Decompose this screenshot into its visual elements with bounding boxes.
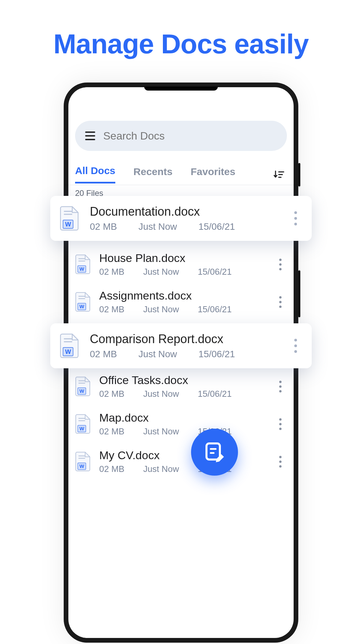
file-name: Comparison Report.docx xyxy=(90,332,286,346)
page-title: Manage Docs easily xyxy=(0,28,362,60)
tab-bar: All Docs Recents Favorites xyxy=(68,164,294,185)
file-time: Just Now xyxy=(143,389,179,399)
file-size: 02 MB xyxy=(99,267,124,277)
file-size: 02 MB xyxy=(99,426,124,437)
more-options-button[interactable] xyxy=(274,296,287,308)
file-time: Just Now xyxy=(138,221,177,232)
file-row[interactable]: House Plan.docx 02 MB Just Now 15/06/21 xyxy=(68,246,294,283)
menu-icon[interactable] xyxy=(82,127,99,144)
file-size: 02 MB xyxy=(90,349,117,360)
file-row[interactable]: Office Tasks.docx 02 MB Just Now 15/06/2… xyxy=(68,368,294,405)
docx-icon xyxy=(75,292,91,312)
new-document-fab[interactable] xyxy=(191,429,238,476)
file-date: 15/06/21 xyxy=(198,349,235,360)
file-size: 02 MB xyxy=(99,464,124,474)
tab-favorites[interactable]: Favorites xyxy=(191,166,235,183)
more-options-button[interactable] xyxy=(274,418,287,430)
file-row-highlighted[interactable]: Comparison Report.docx 02 MB Just Now 15… xyxy=(50,323,312,368)
file-size: 02 MB xyxy=(99,389,124,399)
file-name: My CV.docx xyxy=(99,449,274,462)
file-name: Assignments.docx xyxy=(99,289,274,302)
more-options-button[interactable] xyxy=(274,456,287,468)
file-time: Just Now xyxy=(143,426,179,437)
file-name: House Plan.docx xyxy=(99,252,274,265)
file-size: 02 MB xyxy=(90,221,117,232)
docx-icon xyxy=(60,333,80,359)
more-options-button[interactable] xyxy=(274,259,287,270)
search-bar[interactable] xyxy=(75,121,287,151)
file-size: 02 MB xyxy=(99,304,124,315)
more-options-button[interactable] xyxy=(274,381,287,392)
file-date: 15/06/21 xyxy=(198,304,232,315)
sort-button[interactable] xyxy=(272,167,287,182)
more-options-button[interactable] xyxy=(289,211,302,225)
file-name: Documentation.docx xyxy=(90,205,286,219)
file-name: Office Tasks.docx xyxy=(99,374,274,387)
file-row[interactable]: Assignments.docx 02 MB Just Now 15/06/21 xyxy=(68,283,294,321)
file-time: Just Now xyxy=(143,304,179,315)
phone-side-button xyxy=(298,270,300,317)
file-row[interactable]: My CV.docx 02 MB Just Now 15/06/21 xyxy=(68,443,294,480)
file-row[interactable]: Map.docx 02 MB Just Now 15/06/21 xyxy=(68,405,294,443)
file-date: 15/06/21 xyxy=(198,389,232,399)
file-time: Just Now xyxy=(138,349,177,360)
file-time: Just Now xyxy=(143,464,179,474)
file-date: 15/06/21 xyxy=(198,267,232,277)
file-date: 15/06/21 xyxy=(198,221,235,232)
sort-icon xyxy=(274,170,286,179)
docx-icon xyxy=(75,376,91,396)
docx-icon xyxy=(75,451,91,472)
phone-side-button xyxy=(298,163,300,186)
search-input[interactable] xyxy=(103,130,280,142)
compose-icon xyxy=(203,441,226,464)
tab-all-docs[interactable]: All Docs xyxy=(75,165,115,183)
file-row-highlighted[interactable]: Documentation.docx 02 MB Just Now 15/06/… xyxy=(50,196,312,241)
more-options-button[interactable] xyxy=(289,339,302,353)
docx-icon xyxy=(75,414,91,434)
file-name: Map.docx xyxy=(99,411,274,424)
docx-icon xyxy=(60,206,80,231)
tab-recents[interactable]: Recents xyxy=(133,166,173,183)
docx-icon xyxy=(75,254,91,274)
file-time: Just Now xyxy=(143,267,179,277)
